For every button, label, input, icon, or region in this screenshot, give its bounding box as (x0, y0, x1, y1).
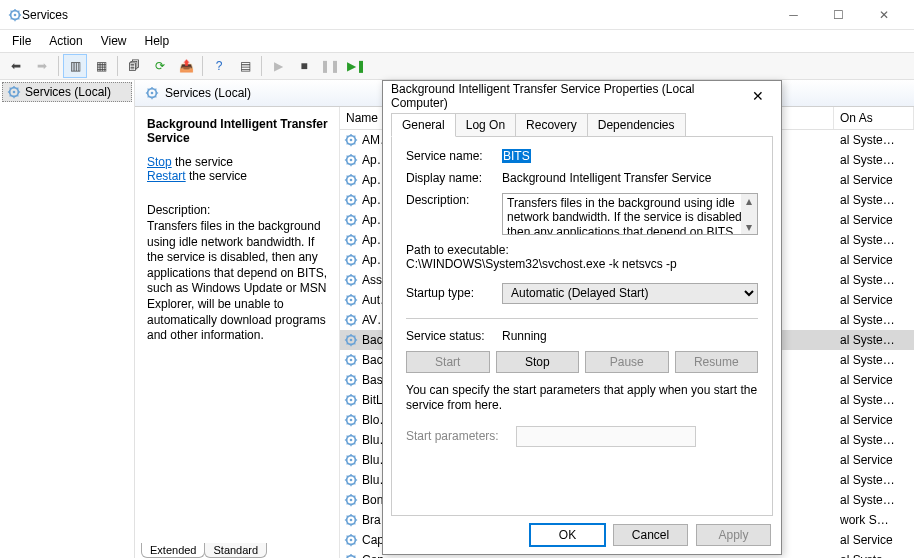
service-logon-cell: al Syste… (840, 353, 910, 367)
tab-recovery[interactable]: Recovery (515, 113, 588, 137)
selected-service-name: Background Intelligent Transfer Service (147, 117, 329, 145)
properties-button[interactable]: 🗐 (122, 54, 146, 78)
tab-dependencies[interactable]: Dependencies (587, 113, 686, 137)
app-icon (8, 8, 22, 22)
stop-link[interactable]: Stop (147, 155, 172, 169)
tree-root-item[interactable]: Services (Local) (2, 82, 132, 102)
service-logon-cell: al Syste… (840, 313, 910, 327)
service-logon-cell: al Service (840, 213, 910, 227)
service-logon-cell: al Syste… (840, 493, 910, 507)
restart-service-button[interactable]: ▶❚ (344, 54, 368, 78)
description-scrollbar[interactable]: ▴▾ (741, 194, 757, 234)
gear-icon (344, 193, 358, 207)
service-logon-cell: al Service (840, 253, 910, 267)
gear-icon (344, 413, 358, 427)
service-logon-cell: work S… (840, 513, 910, 527)
gear-icon (344, 553, 358, 558)
tab-standard[interactable]: Standard (204, 543, 267, 558)
menu-view[interactable]: View (93, 32, 135, 50)
tab-extended[interactable]: Extended (141, 543, 205, 558)
service-logon-cell: al Service (840, 453, 910, 467)
tab-logon[interactable]: Log On (455, 113, 516, 137)
view-button[interactable]: ▦ (89, 54, 113, 78)
gear-icon (344, 333, 358, 347)
service-logon-cell: al Syste… (840, 473, 910, 487)
restart-link[interactable]: Restart (147, 169, 186, 183)
gear-icon (344, 533, 358, 547)
minimize-button[interactable]: ─ (771, 0, 816, 29)
dialog-description-label: Description: (406, 193, 502, 207)
service-logon-cell: al Service (840, 533, 910, 547)
pause-service-button[interactable]: ❚❚ (318, 54, 342, 78)
service-logon-cell: al Syste… (840, 273, 910, 287)
action-button[interactable]: ▤ (233, 54, 257, 78)
start-service-button[interactable]: ▶ (266, 54, 290, 78)
gear-icon (344, 173, 358, 187)
gear-icon (344, 133, 358, 147)
help-button[interactable]: ? (207, 54, 231, 78)
service-logon-cell: al Syste… (840, 433, 910, 447)
service-logon-cell: al Syste… (840, 153, 910, 167)
start-params-label: Start parameters: (406, 429, 506, 443)
menu-file[interactable]: File (4, 32, 39, 50)
close-button[interactable]: ✕ (861, 0, 906, 29)
dialog-description-box[interactable]: Transfers files in the background using … (502, 193, 758, 235)
start-params-input (516, 426, 696, 447)
dialog-close-button[interactable]: ✕ (743, 88, 773, 104)
gear-icon (344, 473, 358, 487)
refresh-button[interactable]: ⟳ (148, 54, 172, 78)
stop-service-button[interactable]: ■ (292, 54, 316, 78)
startup-type-select[interactable]: Automatic (Delayed Start) (502, 283, 758, 304)
dialog-stop-button[interactable]: Stop (496, 351, 580, 373)
service-logon-cell: al Service (840, 413, 910, 427)
export-button[interactable]: 📤 (174, 54, 198, 78)
service-name-label: Service name: (406, 149, 502, 163)
path-value: C:\WINDOWS\System32\svchost.exe -k netsv… (406, 257, 758, 273)
maximize-button[interactable]: ☐ (816, 0, 861, 29)
tree-pane: Services (Local) (0, 80, 135, 558)
dialog-pause-button: Pause (585, 351, 669, 373)
description-label: Description: (147, 203, 329, 217)
start-params-note: You can specify the start parameters tha… (406, 383, 758, 414)
forward-button[interactable]: ➡ (30, 54, 54, 78)
service-logon-cell: al Service (840, 173, 910, 187)
service-logon-cell: al Syste… (840, 333, 910, 347)
gear-icon (7, 85, 21, 99)
description-text: Transfers files in the background using … (147, 219, 329, 344)
service-status-label: Service status: (406, 329, 502, 343)
tab-general[interactable]: General (391, 113, 456, 137)
service-logon-cell: al Service (840, 293, 910, 307)
gear-icon (344, 253, 358, 267)
gear-icon (344, 393, 358, 407)
service-logon-cell: al Syste… (840, 393, 910, 407)
show-hide-tree-button[interactable]: ▥ (63, 54, 87, 78)
tree-root-label: Services (Local) (25, 85, 111, 99)
toolbar: ⬅ ➡ ▥ ▦ 🗐 ⟳ 📤 ? ▤ ▶ ■ ❚❚ ▶❚ (0, 52, 914, 80)
menu-help[interactable]: Help (137, 32, 178, 50)
display-name-label: Display name: (406, 171, 502, 185)
gear-icon (344, 293, 358, 307)
apply-button: Apply (696, 524, 771, 546)
path-label: Path to executable: (406, 243, 758, 257)
gear-icon (344, 373, 358, 387)
back-button[interactable]: ⬅ (4, 54, 28, 78)
ok-button[interactable]: OK (530, 524, 605, 546)
cancel-button[interactable]: Cancel (613, 524, 688, 546)
service-logon-cell: al Syste… (840, 233, 910, 247)
dialog-resume-button: Resume (675, 351, 759, 373)
menubar: File Action View Help (0, 30, 914, 52)
gear-icon (344, 453, 358, 467)
gear-icon (344, 433, 358, 447)
service-status-value: Running (502, 329, 547, 343)
detail-pane: Background Intelligent Transfer Service … (135, 107, 340, 558)
service-logon-cell: al Syste… (840, 553, 910, 558)
content-header-label: Services (Local) (165, 86, 251, 100)
menu-action[interactable]: Action (41, 32, 90, 50)
dialog-title: Background Intelligent Transfer Service … (391, 82, 743, 110)
gear-icon (344, 493, 358, 507)
service-name-value[interactable]: BITS (502, 149, 531, 163)
dialog-start-button: Start (406, 351, 490, 373)
column-logon[interactable]: On As (834, 107, 914, 129)
service-logon-cell: al Syste… (840, 193, 910, 207)
gear-icon (145, 86, 159, 100)
